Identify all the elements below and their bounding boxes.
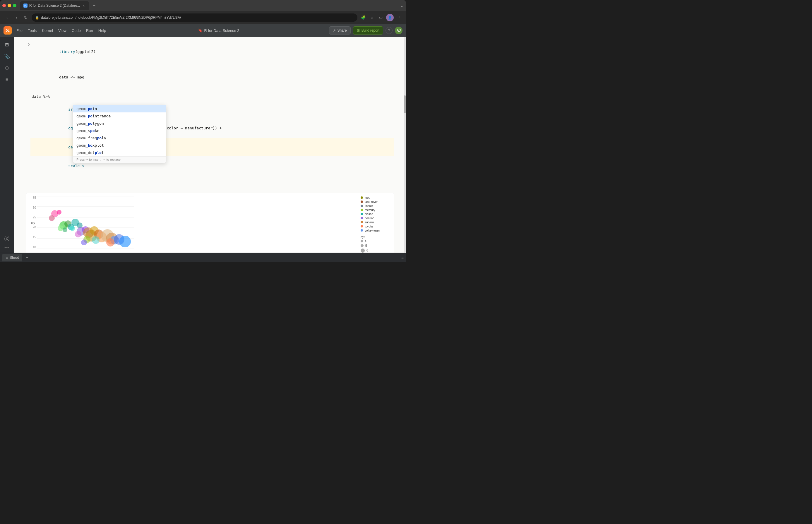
address-field[interactable]: 🔒 datalore.jetbrains.com/notebook/PMg2kX… bbox=[32, 14, 358, 22]
browser-menu-button[interactable]: ⋮ bbox=[396, 14, 402, 21]
legend-item-nissan: nissan bbox=[361, 213, 391, 216]
code-blank-1 bbox=[32, 62, 394, 68]
cyl-label-6: 6 bbox=[366, 249, 368, 252]
sidebar-toggle-button[interactable]: ▭ bbox=[377, 14, 384, 21]
main-layout: ⊞ 📎 ⬡ ≡ (x) ••• bbox=[0, 37, 406, 252]
content-area[interactable]: library(ggplot2) data <- mpg bbox=[14, 37, 406, 252]
svg-point-29 bbox=[119, 236, 131, 247]
menu-tools[interactable]: Tools bbox=[26, 27, 39, 34]
ac-suffix-0: int bbox=[93, 107, 99, 111]
notebook-tab-menu-button[interactable]: ≡ bbox=[401, 255, 404, 260]
menu-view[interactable]: View bbox=[56, 27, 69, 34]
code-cell-pipe1[interactable]: data %>% bbox=[26, 94, 394, 100]
back-button[interactable]: ‹ bbox=[3, 14, 11, 21]
code-cell-data-assign[interactable]: data <- mpg bbox=[26, 68, 394, 86]
menu-code[interactable]: Code bbox=[69, 27, 83, 34]
size-circle-6 bbox=[361, 248, 365, 252]
share-button[interactable]: ↗ Share bbox=[329, 26, 351, 35]
sidebar-icon-layers[interactable]: ⊞ bbox=[2, 39, 12, 50]
ac-prefix-4: geom_freq bbox=[77, 136, 97, 140]
code-line-pipe1[interactable]: data %>% bbox=[32, 94, 394, 100]
build-report-icon: ⊞ bbox=[357, 28, 360, 32]
scrollbar-thumb[interactable] bbox=[404, 95, 406, 113]
legend-label-subaru: subaru bbox=[365, 221, 374, 224]
legend-label-landrover: land rover bbox=[365, 200, 378, 203]
notebook-content: library(ggplot2) data <- mpg bbox=[14, 37, 406, 252]
autocomplete-item-5[interactable]: geom_boxplot bbox=[73, 142, 166, 149]
ac-match-0: po bbox=[88, 107, 93, 111]
menu-file[interactable]: File bbox=[14, 27, 25, 34]
sidebar-icon-variables[interactable]: (x) bbox=[2, 233, 12, 244]
cell-gutter bbox=[26, 43, 32, 61]
notebook-tab-sheet[interactable]: ≡ Sheet bbox=[2, 254, 22, 261]
sidebar-icon-kernel[interactable]: ⬡ bbox=[2, 63, 12, 73]
code-cell-1[interactable]: library(ggplot2) bbox=[26, 43, 394, 61]
build-report-label: Build report bbox=[362, 28, 379, 32]
y-axis-label: cty bbox=[31, 221, 35, 225]
autocomplete-item-3[interactable]: geom_spoke bbox=[73, 127, 166, 134]
forward-button[interactable]: › bbox=[13, 14, 20, 21]
notebook-title: R for Data Science 2 bbox=[204, 28, 239, 33]
sidebar-more-button[interactable]: ••• bbox=[4, 245, 10, 250]
autocomplete-item-1[interactable]: geom_pointrange bbox=[73, 112, 166, 120]
svg-point-8 bbox=[49, 215, 55, 221]
build-report-button[interactable]: ⊞ Build report bbox=[353, 26, 383, 35]
add-sheet-button[interactable]: + bbox=[23, 254, 30, 261]
svg-point-7 bbox=[57, 210, 62, 215]
legend-label-toyota: toyota bbox=[365, 225, 372, 228]
autocomplete-hint: Press ↵ to insert, → to replace bbox=[73, 156, 166, 163]
sidebar-icon-attachments[interactable]: 📎 bbox=[2, 51, 12, 62]
ac-suffix-1: intrange bbox=[93, 114, 111, 118]
chart-legend: jeep land rover lincoln mercury bbox=[356, 196, 391, 252]
help-button[interactable]: ? bbox=[385, 27, 393, 34]
bookmark-star-button[interactable]: ☆ bbox=[368, 14, 376, 21]
lock-icon: 🔒 bbox=[35, 16, 39, 20]
autocomplete-item-2[interactable]: geom_polygon bbox=[73, 120, 166, 127]
maximize-window-button[interactable] bbox=[13, 4, 16, 7]
menu-help[interactable]: Help bbox=[96, 27, 109, 34]
share-icon: ↗ bbox=[333, 28, 336, 32]
outline-icon: ≡ bbox=[5, 77, 8, 82]
code-line-library[interactable]: library(ggplot2) bbox=[32, 43, 394, 61]
legend-label-jeep: jeep bbox=[365, 196, 370, 199]
size-circle-4 bbox=[361, 240, 363, 242]
sidebar-icon-outline[interactable]: ≡ bbox=[2, 75, 12, 85]
tab-title: R for Data Science 2 (Datalore... bbox=[29, 3, 80, 7]
app-user-avatar[interactable]: AJ bbox=[395, 27, 402, 34]
ac-prefix-2: geom_ bbox=[77, 121, 88, 126]
tab-chevron[interactable]: ⌄ bbox=[400, 3, 404, 8]
legend-item-mercury: mercury bbox=[361, 209, 391, 212]
cell-gutter-5 bbox=[26, 119, 32, 137]
autocomplete-dropdown[interactable]: geom_point geom_pointrange geom_polygon … bbox=[72, 105, 166, 163]
legend-item-subaru: subaru bbox=[361, 221, 391, 224]
legend-item-pontiac: pontiac bbox=[361, 217, 391, 220]
autocomplete-item-0[interactable]: geom_point bbox=[73, 105, 166, 112]
legend-dot-landrover bbox=[361, 200, 363, 203]
autocomplete-item-4[interactable]: geom_freqpoly bbox=[73, 134, 166, 142]
reload-button[interactable]: ↻ bbox=[22, 14, 29, 21]
legend-cyl-4: 4 bbox=[361, 240, 391, 243]
browser-tab-active[interactable]: DL R for Data Science 2 (Datalore... × bbox=[20, 1, 89, 10]
menu-kernel[interactable]: Kernel bbox=[39, 27, 55, 34]
svg-point-31 bbox=[106, 238, 114, 246]
browser-user-avatar[interactable]: 👤 bbox=[386, 14, 394, 21]
share-label: Share bbox=[337, 28, 347, 32]
code-line-data-assign[interactable]: data <- mpg bbox=[32, 68, 394, 86]
legend-item-volkswagen: volkswagen bbox=[361, 229, 391, 232]
legend-label-pontiac: pontiac bbox=[365, 217, 374, 220]
autocomplete-item-6[interactable]: geom_dotplot bbox=[73, 149, 166, 156]
legend-cyl-title: cyl bbox=[361, 235, 391, 239]
tab-close-button[interactable]: × bbox=[82, 3, 86, 7]
extensions-button[interactable]: 🧩 bbox=[360, 14, 367, 21]
menu-run[interactable]: Run bbox=[84, 27, 96, 34]
app-toolbar: DL File Tools Kernel View Code Run Help … bbox=[0, 24, 406, 37]
tab-favicon: DL bbox=[23, 3, 28, 7]
cell-run-arrow bbox=[26, 43, 30, 46]
close-window-button[interactable] bbox=[2, 4, 6, 7]
legend-dot-volkswagen bbox=[361, 229, 363, 232]
ac-suffix-6: t bbox=[102, 150, 104, 155]
new-tab-button[interactable]: + bbox=[90, 2, 98, 9]
ac-match-1: po bbox=[88, 114, 93, 118]
y-tick-20: 20 bbox=[29, 226, 36, 229]
minimize-window-button[interactable] bbox=[7, 4, 11, 7]
